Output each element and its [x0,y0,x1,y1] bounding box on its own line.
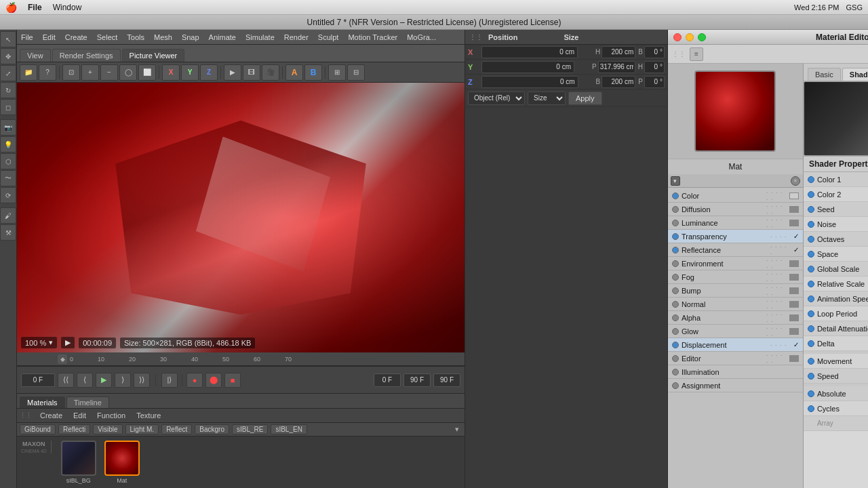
toolbar-minus[interactable]: − [100,64,118,81]
menu-snap[interactable]: Snap [182,33,199,41]
toolbar-play[interactable]: ▶ [224,64,241,81]
channel-bump[interactable]: Bump · · · · · · [668,284,803,298]
toolbar-add[interactable]: + [81,64,99,81]
frame-start-input[interactable] [21,373,55,387]
channel-displacement[interactable]: Displacement · · · · ✓ [668,338,803,352]
toolbar-x[interactable]: X [162,64,180,81]
toolbar-grid2[interactable]: ⊟ [347,64,365,81]
pos-x-rot[interactable] [644,46,665,58]
menu-sculpt[interactable]: Sculpt [318,33,339,41]
traffic-light-maximize[interactable] [698,33,706,41]
timeline-record2[interactable]: ⬤ [205,373,222,388]
mat-toolbar-btn1[interactable]: ≡ [690,47,703,61]
tab-materials[interactable]: Materials [20,396,65,408]
toolbar-3d-a[interactable]: A [285,64,303,81]
apply-button[interactable]: Apply [568,92,602,105]
timeline-next-key[interactable]: ⟩ [115,373,131,388]
tool-arrow[interactable]: ↖ [0,31,16,47]
traffic-light-close[interactable] [673,33,682,41]
mat-create-btn[interactable]: Create [37,410,65,421]
window-menu[interactable]: Window [53,3,82,12]
viewport-play-btn[interactable]: ▶ [65,338,71,346]
timeline-play[interactable]: ▶ [96,373,112,388]
pos-z-rot[interactable] [644,76,665,88]
tab-render-settings[interactable]: Render Settings [52,49,121,62]
toolbar-help[interactable]: ? [39,64,56,81]
menu-motion-tracker[interactable]: Motion Tracker [348,33,397,41]
filter-sible-en[interactable]: sIBL_EN [271,424,307,434]
pos-z-size[interactable] [601,76,635,88]
menu-mesh[interactable]: Mesh [154,33,172,41]
mat-edit-btn[interactable]: Edit [71,410,89,421]
pos-z-input[interactable] [481,76,578,88]
tool-camera[interactable]: 📷 [0,119,16,136]
toolbar-cam[interactable]: 🎥 [262,64,279,81]
mat-item-mat[interactable]: Mat [103,441,141,484]
channel-editor[interactable]: Editor · · · · · · [668,352,803,365]
toolbar-3d-b[interactable]: B [304,64,322,81]
channel-fog[interactable]: Fog · · · · · · [668,270,803,284]
toolbar-y[interactable]: Y [181,64,199,81]
pos-y-input[interactable] [481,61,574,73]
frame-end2-input[interactable] [433,373,460,387]
pos-y-rot[interactable] [644,61,665,73]
menu-render[interactable]: Render [284,33,309,41]
mat-item-sbl-bg[interactable]: sIBL_BG [60,441,98,484]
toolbar-square[interactable]: ⬜ [138,64,156,81]
menu-file[interactable]: File [21,33,33,41]
filter-backgro[interactable]: Backgro [195,424,229,434]
frame-end-input[interactable] [403,373,431,387]
channel-luminance[interactable]: Luminance · · · · · · [668,216,803,230]
tool-scale[interactable]: ⤢ [0,65,16,81]
toolbar-film[interactable]: 🎞 [243,64,260,81]
menu-select[interactable]: Select [97,33,118,41]
channel-environment[interactable]: Environment · · · · · · [668,257,803,270]
tab-basic[interactable]: Basic [808,68,841,81]
viewport-zoom-stepper[interactable]: ▾ [49,338,53,347]
filter-lightm[interactable]: Light M. [125,424,159,434]
pos-x-size[interactable] [601,46,635,58]
filter-sible-re[interactable]: sIBL_RE [232,424,268,434]
menu-tools[interactable]: Tools [127,33,144,41]
size-mode-select[interactable]: Size Scale [528,92,566,105]
channel-glow[interactable]: Glow · · · · · · [668,325,803,338]
tool-light[interactable]: 💡 [0,136,16,152]
channel-illumination[interactable]: Illumination [668,365,803,379]
tab-shader[interactable]: Shader [842,68,868,81]
menu-mogra[interactable]: MoGra... [407,33,436,41]
timeline-prev-key[interactable]: ⟨ [77,373,93,388]
filter-reflecti[interactable]: Reflecti [58,424,90,434]
timeline-end[interactable]: |⟩ [161,373,178,388]
pos-x-input[interactable] [481,46,578,58]
channel-color[interactable]: Color · · · · · · [668,189,803,203]
tab-timeline[interactable]: Timeline [66,396,109,408]
channel-transparency[interactable]: Transparency · · · · ✓ [668,230,803,243]
filter-scroll-down[interactable]: ▾ [455,425,462,434]
tab-picture-viewer[interactable]: Picture Viewer [122,49,185,62]
tool-sculpt[interactable]: ⚒ [0,224,16,241]
tool-select[interactable]: ◻ [0,99,16,115]
toolbar-grid1[interactable]: ⊞ [328,64,346,81]
tool-spline[interactable]: 〜 [0,170,16,186]
channel-diffusion[interactable]: Diffusion · · · · · · [668,203,803,216]
filter-reflect[interactable]: Reflect [161,424,192,434]
toolbar-z[interactable]: Z [200,64,218,81]
pos-y-size[interactable] [598,61,635,73]
apple-menu[interactable]: 🍎 [5,2,17,13]
tool-deform[interactable]: ⟳ [0,187,16,203]
mat-texture-btn[interactable]: Texture [134,410,163,421]
menu-create[interactable]: Create [65,33,87,41]
timeline-stop[interactable]: ■ [224,373,241,388]
timeline-key-btn[interactable]: ◆ [58,354,67,364]
traffic-light-minimize[interactable] [686,33,694,41]
timeline-fastforward[interactable]: ⟩⟩ [134,373,150,388]
menu-simulate[interactable]: Simulate [245,33,275,41]
mat-list-options[interactable]: ▾ [671,176,680,186]
coord-system-select[interactable]: Object (Rel) World Local [468,92,525,105]
toolbar-select-all[interactable]: ⊡ [62,64,80,81]
channel-reflectance[interactable]: Reflectance · · · · · ✓ [668,243,803,257]
tab-view[interactable]: View [20,49,51,62]
viewport[interactable]: 100 % ▾ ▶ 00:00:09 Size: 500×281, RGB (8… [17,83,465,352]
channel-normal[interactable]: Normal · · · · · · [668,298,803,311]
filter-gibound[interactable]: GiBound [20,424,56,434]
